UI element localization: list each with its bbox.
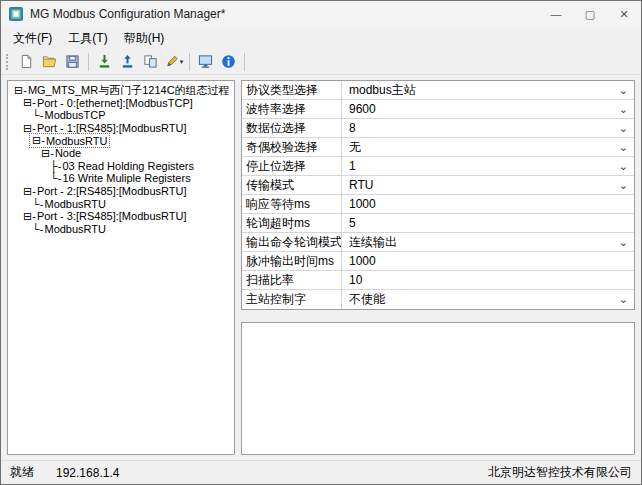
tree-item-label: 03 Read Holding Registers [62, 160, 193, 172]
property-label: 响应等待ms [242, 195, 342, 213]
tree-item[interactable]: ⊟-Node [10, 147, 232, 160]
tree-expand-glyph[interactable]: ├- [50, 160, 61, 172]
property-value-dropdown[interactable]: 连续输出⌄ [342, 233, 634, 251]
download-to-device-icon[interactable] [93, 51, 116, 73]
compile-icon[interactable] [139, 51, 162, 73]
tree-item-label: ModbusTCP [44, 109, 105, 121]
tree-item[interactable]: ⊟-Port - 0:[ethernet]:[ModbusTCP] [10, 97, 232, 110]
property-grid: 协议类型选择modbus主站⌄波特率选择9600⌄数据位选择8⌄奇偶校验选择无⌄… [241, 80, 635, 310]
chevron-down-icon[interactable]: ⌄ [615, 123, 628, 134]
property-row: 数据位选择8⌄ [242, 119, 634, 138]
tree-item[interactable]: └-ModbusTCP [10, 109, 232, 122]
tree-expand-glyph[interactable]: └- [32, 198, 43, 210]
tree-item[interactable]: ⊟-MG_MTS_MR与西门子1214C的组态过程 [10, 84, 232, 97]
close-button[interactable]: ✕ [607, 1, 641, 27]
property-row: 主站控制字不使能⌄ [242, 290, 634, 309]
property-label: 轮询超时ms [242, 214, 342, 232]
toolbar-grip[interactable] [6, 54, 10, 70]
property-label: 输出命令轮询模式 [242, 233, 342, 251]
tree-expand-glyph[interactable]: ⊟- [41, 147, 54, 160]
menu-item-2[interactable]: 帮助(H) [116, 28, 173, 49]
property-value-dropdown[interactable]: 无⌄ [342, 138, 634, 156]
edit-icon[interactable]: ▾ [162, 51, 185, 73]
property-value-text: 8 [349, 121, 356, 135]
menu-item-0[interactable]: 文件(F) [5, 28, 60, 49]
chevron-down-icon[interactable]: ⌄ [615, 180, 628, 191]
config-tree[interactable]: ⊟-MG_MTS_MR与西门子1214C的组态过程⊟-Port - 0:[eth… [7, 80, 235, 455]
property-value-field[interactable]: 10 [342, 271, 634, 289]
tree-item[interactable]: └-ModbusRTU [10, 223, 232, 236]
monitor-icon[interactable] [194, 51, 217, 73]
new-file-icon[interactable] [15, 51, 38, 73]
property-value-dropdown[interactable]: 9600⌄ [342, 100, 634, 118]
property-value-text: 5 [349, 216, 356, 230]
property-label: 停止位选择 [242, 157, 342, 175]
app-window: MG Modbus Configuration Manager* — ▢ ✕ 文… [0, 0, 642, 485]
upload-from-device-icon[interactable] [116, 51, 139, 73]
window-title: MG Modbus Configuration Manager* [30, 7, 225, 21]
property-label: 奇偶校验选择 [242, 138, 342, 156]
tree-expand-glyph[interactable]: ⊟- [14, 84, 27, 97]
tree-item[interactable]: ⊟-ModbusRTU [10, 134, 232, 147]
property-label: 传输模式 [242, 176, 342, 194]
property-row: 轮询超时ms5 [242, 214, 634, 233]
tree-expand-glyph[interactable]: ⊟- [32, 134, 45, 147]
status-ready-text: 就绪 [10, 464, 34, 481]
tree-item[interactable]: ⊟-Port - 2:[RS485]:[ModbusRTU] [10, 185, 232, 198]
window-controls: — ▢ ✕ [539, 1, 641, 27]
tree-item[interactable]: └-16 Write Muliple Registers [10, 172, 232, 185]
tree-expand-glyph[interactable]: ⊟- [23, 210, 36, 223]
toolbar-separator [244, 53, 245, 71]
property-row: 停止位选择1⌄ [242, 157, 634, 176]
property-value-field[interactable]: 1000 [342, 195, 634, 213]
tree-item-label: Port - 2:[RS485]:[ModbusRTU] [37, 185, 187, 197]
status-ip-address: 192.168.1.4 [56, 466, 119, 480]
property-label: 数据位选择 [242, 119, 342, 137]
minimize-button[interactable]: — [539, 1, 573, 27]
property-label: 协议类型选择 [242, 81, 342, 99]
tree-expand-glyph[interactable]: └- [32, 109, 43, 121]
property-row: 扫描比率10 [242, 271, 634, 290]
chevron-down-icon[interactable]: ⌄ [615, 85, 628, 96]
right-column: 协议类型选择modbus主站⌄波特率选择9600⌄数据位选择8⌄奇偶校验选择无⌄… [241, 80, 635, 455]
save-file-icon[interactable] [61, 51, 84, 73]
tree-expand-glyph[interactable]: └- [32, 223, 43, 235]
tree-item-text: ⊟-ModbusRTU [30, 134, 109, 147]
open-file-icon[interactable] [38, 51, 61, 73]
property-value-dropdown[interactable]: 不使能⌄ [342, 290, 634, 309]
chevron-down-icon[interactable]: ⌄ [615, 161, 628, 172]
property-value-dropdown[interactable]: 1⌄ [342, 157, 634, 175]
tree-item-text: └-16 Write Muliple Registers [48, 172, 193, 184]
tree-expand-glyph[interactable]: ⊟- [23, 96, 36, 109]
property-row: 响应等待ms1000 [242, 195, 634, 214]
property-label: 脉冲输出时间ms [242, 252, 342, 270]
property-row: 输出命令轮询模式连续输出⌄ [242, 233, 634, 252]
tree-expand-glyph[interactable]: ⊟- [23, 185, 36, 198]
main-area: ⊟-MG_MTS_MR与西门子1214C的组态过程⊟-Port - 0:[eth… [1, 75, 641, 460]
chevron-down-icon[interactable]: ⌄ [615, 104, 628, 115]
property-value-dropdown[interactable]: RTU⌄ [342, 176, 634, 194]
tree-item[interactable]: ⊟-Port - 3:[RS485]:[ModbusRTU] [10, 210, 232, 223]
tree-item[interactable]: ├-03 Read Holding Registers [10, 160, 232, 173]
tree-expand-glyph[interactable]: └- [50, 172, 61, 184]
tree-expand-glyph[interactable]: ⊟- [23, 122, 36, 135]
property-value-dropdown[interactable]: modbus主站⌄ [342, 81, 634, 99]
chevron-down-icon[interactable]: ⌄ [615, 237, 628, 248]
toolbar-separator [88, 53, 89, 71]
tree-item-label: Port - 3:[RS485]:[ModbusRTU] [37, 210, 187, 222]
maximize-button[interactable]: ▢ [573, 1, 607, 27]
info-icon[interactable] [217, 51, 240, 73]
tree-item[interactable]: ⊟-Port - 1:[RS485]:[ModbusRTU] [10, 122, 232, 135]
chevron-down-icon[interactable]: ⌄ [615, 142, 628, 153]
chevron-down-icon[interactable]: ⌄ [615, 294, 628, 305]
tree-item-label: Node [55, 147, 81, 159]
tree-item-label: ModbusRTU [44, 198, 106, 210]
tree-item[interactable]: └-ModbusRTU [10, 197, 232, 210]
menu-item-1[interactable]: 工具(T) [60, 28, 115, 49]
tree-item-text: ⊟-Port - 3:[RS485]:[ModbusRTU] [21, 210, 188, 223]
property-value-field[interactable]: 5 [342, 214, 634, 232]
property-value-dropdown[interactable]: 8⌄ [342, 119, 634, 137]
property-value-field[interactable]: 1000 [342, 252, 634, 270]
property-row: 脉冲输出时间ms1000 [242, 252, 634, 271]
property-label: 扫描比率 [242, 271, 342, 289]
